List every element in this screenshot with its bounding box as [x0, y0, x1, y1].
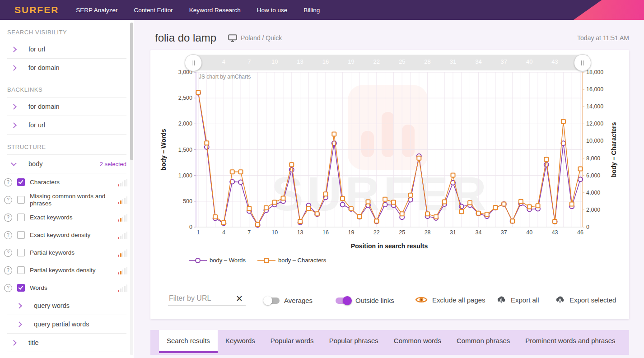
nav-item-serp-analyzer[interactable]: SERP Analyzer — [76, 7, 117, 14]
metric-row-exact-keywords: ?Exact keywords — [4, 209, 127, 226]
svg-text:JS chart by amCharts: JS chart by amCharts — [199, 74, 251, 80]
checkbox-exact-keyword-density[interactable] — [17, 231, 25, 239]
nav-item-keyword-research[interactable]: Keyword Research — [189, 7, 241, 14]
averages-label: Averages — [284, 297, 313, 304]
metric-row-missing-common-words-and-phrases: ?Missing common words and phrases — [4, 191, 127, 209]
svg-text:1: 1 — [197, 229, 200, 236]
mini-histogram-icon — [118, 214, 128, 222]
serp-line-chart[interactable]: 05001,0001,5002,0002,5003,00002,0004,000… — [150, 50, 629, 258]
svg-text:25: 25 — [399, 229, 405, 236]
svg-text:500: 500 — [183, 198, 192, 205]
sidebar-item-for-domain[interactable]: for domain — [7, 98, 126, 116]
svg-text:10,000: 10,000 — [586, 138, 603, 144]
chevron-right-icon — [11, 340, 17, 346]
svg-text:2,500: 2,500 — [178, 95, 192, 101]
sidebar-item-query-partial-words[interactable]: query partial words — [7, 315, 126, 334]
tab-popular-phrases[interactable]: Popular phrases — [322, 330, 386, 351]
sidebar-item-label: for url — [28, 46, 45, 53]
surfer-logo[interactable]: SURFER — [14, 5, 59, 15]
chevron-right-icon — [11, 46, 17, 52]
sidebar-section-title-backlinks: BACKLINKS — [7, 77, 126, 98]
sidebar-sections: SEARCH VISIBILITYfor urlfor domainBACKLI… — [0, 20, 134, 352]
checkbox-characters[interactable] — [17, 178, 25, 186]
tab-popular-words[interactable]: Popular words — [263, 330, 322, 351]
nav-item-billing[interactable]: Billing — [303, 7, 320, 14]
tab-keywords[interactable]: Keywords — [218, 330, 263, 351]
svg-text:13: 13 — [297, 229, 303, 236]
svg-text:8,000: 8,000 — [586, 155, 600, 162]
help-icon[interactable]: ? — [4, 214, 12, 222]
nav-menu: SERP AnalyzerContent EditorKeyword Resea… — [76, 7, 320, 14]
legend-characters-label: body – Characters — [278, 257, 326, 264]
main-content: folia do lamp Poland / Quick Today at 11… — [134, 20, 644, 358]
help-icon[interactable]: ? — [4, 249, 12, 257]
legend-item-body-characters[interactable]: body – Characters — [257, 257, 326, 264]
tab-common-phrases[interactable]: Common phrases — [449, 330, 518, 351]
averages-toggle-group: Averages — [264, 297, 313, 304]
outside-links-toggle[interactable] — [336, 298, 351, 304]
checkbox-exact-keywords[interactable] — [17, 214, 25, 221]
scrollbar-right-handle[interactable] — [574, 54, 591, 71]
nav-item-content-editor[interactable]: Content Editor — [134, 7, 173, 14]
report-timestamp: Today at 11:51 AM — [577, 34, 629, 42]
scrollbar-tick-label: 31 — [450, 58, 456, 65]
sidebar-item-label: for url — [28, 121, 45, 129]
scrollbar-tick-label: 28 — [424, 58, 430, 65]
svg-text:19: 19 — [348, 229, 354, 236]
checkbox-partial-keywords-density[interactable] — [17, 266, 25, 274]
svg-text:37: 37 — [501, 229, 507, 236]
mini-histogram-icon — [118, 231, 128, 239]
help-icon[interactable]: ? — [4, 266, 12, 274]
export-selected-button[interactable]: Export selected — [555, 295, 616, 304]
sidebar-scrollbar-thumb[interactable] — [130, 23, 133, 160]
svg-text:body – Characters: body – Characters — [610, 122, 617, 177]
exclude-all-pages-group[interactable]: Exclude all pages — [415, 295, 485, 304]
scrollbar-tick-label: 43 — [551, 58, 558, 65]
export-all-button[interactable]: Export all — [496, 295, 539, 304]
sidebar-section-title-structure: STRUCTURE — [7, 135, 126, 155]
nav-item-how-to-use[interactable]: How to use — [257, 7, 288, 14]
sidebar-item-for-domain[interactable]: for domain — [7, 59, 126, 77]
sidebar-scrollbar[interactable] — [130, 23, 133, 355]
svg-text:4: 4 — [222, 229, 225, 236]
checkbox-missing-common-words-and-phrases[interactable] — [17, 196, 25, 204]
help-icon[interactable]: ? — [4, 231, 12, 239]
tab-search-results[interactable]: Search results — [159, 330, 218, 353]
chevron-right-icon — [11, 122, 17, 128]
sidebar-item-query-words[interactable]: query words — [7, 297, 126, 315]
outside-links-label: Outside links — [355, 297, 394, 304]
page-title: folia do lamp — [155, 32, 216, 44]
chart-card: SURFER 05001,0001,5002,0002,5003,00002,0… — [150, 50, 629, 319]
svg-text:40: 40 — [526, 229, 532, 236]
sidebar-item-title[interactable]: title — [7, 334, 126, 352]
scrollbar-left-handle[interactable] — [185, 54, 202, 71]
checkbox-partial-keywords[interactable] — [17, 249, 25, 256]
svg-text:Position in search results: Position in search results — [351, 242, 428, 250]
metric-row-words: ?Words — [4, 279, 127, 297]
results-tabbar: Search resultsKeywordsPopular wordsPopul… — [150, 330, 629, 355]
svg-text:1,500: 1,500 — [178, 147, 192, 153]
averages-toggle[interactable] — [264, 298, 280, 304]
chevron-right-icon — [16, 303, 22, 309]
help-icon[interactable]: ? — [4, 284, 12, 292]
filter-url-input[interactable] — [168, 294, 236, 303]
metric-label: Characters — [30, 179, 113, 186]
svg-text:31: 31 — [450, 229, 456, 236]
checkbox-words[interactable] — [17, 284, 25, 292]
sidebar-item-for-url[interactable]: for url — [7, 116, 126, 135]
nav-pink-decoration — [574, 0, 644, 20]
scrollbar-tick-label: 25 — [399, 58, 405, 65]
sidebar-item-label: for domain — [28, 64, 60, 71]
metric-label: Words — [30, 284, 113, 292]
top-navbar: SURFER SERP AnalyzerContent EditorKeywor… — [0, 0, 644, 20]
clear-filter-icon[interactable]: ✕ — [236, 294, 243, 303]
tab-prominent-words-and-phrases[interactable]: Prominent words and phrases — [518, 330, 623, 351]
legend-item-body-words[interactable]: body – Words — [189, 257, 246, 264]
sidebar-item-for-url[interactable]: for url — [7, 40, 126, 59]
help-icon[interactable]: ? — [4, 178, 12, 186]
help-icon[interactable]: ? — [4, 196, 12, 204]
mini-histogram-icon — [118, 266, 128, 274]
sidebar-expander-body[interactable]: body2 selected — [7, 155, 126, 173]
cloud-download-icon — [555, 295, 565, 304]
tab-common-words[interactable]: Common words — [386, 330, 449, 351]
